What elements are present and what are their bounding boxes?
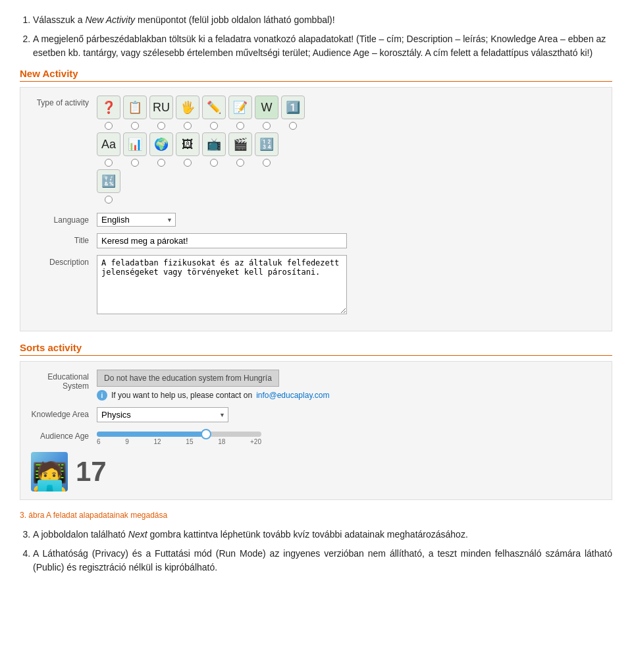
- language-select-container: English: [97, 213, 601, 227]
- icon-word[interactable]: W: [255, 96, 278, 119]
- radio-4[interactable]: [176, 121, 199, 131]
- radio-10[interactable]: [123, 157, 147, 168]
- radio-13[interactable]: [202, 157, 226, 168]
- age-slider-container: 6 9 12 15 18 +20: [97, 429, 601, 445]
- info-email-link[interactable]: info@educaplay.com: [256, 391, 329, 400]
- type-of-activity-row: Type of activity ❓ 📋 RU 🖐: [31, 96, 601, 206]
- radio-9[interactable]: [97, 157, 120, 168]
- language-label: Language: [31, 213, 97, 225]
- radio-3[interactable]: [149, 121, 173, 131]
- slider-label-20: +20: [250, 438, 261, 445]
- icon-col-3: RU: [149, 96, 173, 131]
- icons-row-2: Aa 📊 🌍 🖼 📺: [97, 132, 601, 168]
- slider-label-18: 18: [218, 438, 225, 445]
- figure-caption: 3. ábra A feladat alapadatainak megadása: [20, 511, 612, 520]
- icon-calc[interactable]: 🔢: [255, 132, 278, 156]
- title-input[interactable]: [97, 233, 347, 248]
- edu-system-row: Educational System Do not have the educa…: [31, 370, 601, 401]
- icon-list[interactable]: 📋: [123, 96, 147, 119]
- radio-11[interactable]: [149, 157, 173, 168]
- age-slider-track[interactable]: [97, 432, 261, 437]
- icon-notebook[interactable]: 📝: [228, 96, 252, 119]
- slider-label-9: 9: [125, 438, 129, 445]
- radio-2[interactable]: [123, 121, 147, 131]
- icon-image[interactable]: 🖼: [176, 132, 199, 156]
- edu-system-value: Do not have the education system from Hu…: [97, 370, 279, 387]
- radio-14[interactable]: [228, 157, 252, 168]
- next-em: Next: [128, 529, 147, 540]
- list-item-2: A megjelenő párbeszédablakban töltsük ki…: [33, 32, 612, 60]
- icon-col-1: ❓: [97, 96, 120, 131]
- audience-age-row: Audience Age 6 9 12 15 18 +20: [31, 429, 601, 445]
- knowledge-select[interactable]: Physics: [97, 407, 228, 422]
- icon-col-12: 🖼: [176, 132, 199, 168]
- edu-system-content: Do not have the education system from Hu…: [97, 370, 601, 401]
- info-icon: i: [97, 390, 107, 401]
- edu-system-label: Educational System: [31, 370, 97, 391]
- icon-abc[interactable]: Aa: [97, 132, 120, 156]
- avatar-age-row: 🧑‍💻 17: [31, 452, 601, 491]
- activity-icons-container: ❓ 📋 RU 🖐 ✏️: [97, 96, 601, 206]
- description-label: Description: [31, 255, 97, 267]
- radio-8[interactable]: [281, 121, 305, 131]
- icon-chart[interactable]: 📊: [123, 132, 147, 156]
- radio-12[interactable]: [176, 157, 199, 168]
- icon-film[interactable]: 🎬: [228, 132, 252, 156]
- slider-labels: 6 9 12 15 18 +20: [97, 438, 261, 445]
- info-text: If you want to help us, please contact o…: [111, 391, 252, 400]
- icon-col-4: 🖐: [176, 96, 199, 131]
- radio-5[interactable]: [202, 121, 226, 131]
- knowledge-select-container: Physics: [97, 407, 601, 422]
- icon-col-13: 📺: [202, 132, 226, 168]
- audience-content: 6 9 12 15 18 +20: [97, 429, 601, 445]
- description-row: Description A feladatban fizikusokat és …: [31, 255, 601, 316]
- icon-hand[interactable]: 🖐: [176, 96, 199, 119]
- avatar: 🧑‍💻: [31, 452, 68, 491]
- icons-row-3: 🔣: [97, 169, 601, 205]
- slider-label-12: 12: [154, 438, 161, 445]
- title-label: Title: [31, 233, 97, 245]
- description-textarea[interactable]: A feladatban fizikusokat és az általuk f…: [97, 255, 347, 314]
- icon-col-10: 📊: [123, 132, 147, 168]
- language-select[interactable]: English: [97, 213, 176, 227]
- audience-label: Audience Age: [31, 429, 97, 441]
- age-slider-fill: [97, 432, 204, 437]
- radio-16[interactable]: [97, 194, 120, 205]
- icon-tv[interactable]: 📺: [202, 132, 226, 156]
- icon-text[interactable]: RU: [149, 96, 173, 119]
- knowledge-select-wrapper[interactable]: Physics: [97, 407, 228, 422]
- icon-col-11: 🌍: [149, 132, 173, 168]
- avatar-face: 🧑‍💻: [32, 462, 68, 491]
- icon-col-9: Aa: [97, 132, 120, 168]
- radio-7[interactable]: [255, 121, 278, 131]
- icon-globe[interactable]: 🌍: [149, 132, 173, 156]
- icon-misc[interactable]: 🔣: [97, 169, 120, 193]
- list-item-3: A jobboldalon található Next gombra katt…: [33, 528, 612, 542]
- icon-col-6: 📝: [228, 96, 252, 131]
- new-activity-section-title: New Activity: [20, 68, 612, 82]
- sorts-activity-panel: Educational System Do not have the educa…: [20, 361, 612, 500]
- icon-col-16: 🔣: [97, 169, 120, 205]
- icon-pencil[interactable]: ✏️: [202, 96, 226, 119]
- new-activity-panel: Type of activity ❓ 📋 RU 🖐: [20, 87, 612, 331]
- icon-col-8: 1️⃣: [281, 96, 305, 131]
- age-display: 17: [76, 456, 107, 488]
- instruction-list-2: A jobboldalon található Next gombra katt…: [20, 528, 612, 574]
- radio-6[interactable]: [228, 121, 252, 131]
- title-input-container: [97, 233, 601, 248]
- language-row: Language English: [31, 213, 601, 227]
- icon-col-7: W: [255, 96, 278, 131]
- knowledge-label: Knowledge Area: [31, 407, 97, 419]
- age-slider-thumb[interactable]: [201, 429, 211, 439]
- info-row: i If you want to help us, please contact…: [97, 390, 601, 401]
- radio-15[interactable]: [255, 157, 278, 168]
- radio-1[interactable]: [97, 121, 120, 131]
- language-select-wrapper[interactable]: English: [97, 213, 176, 227]
- knowledge-row: Knowledge Area Physics: [31, 407, 601, 422]
- type-label: Type of activity: [31, 96, 97, 107]
- icon-numbers[interactable]: 1️⃣: [281, 96, 305, 119]
- icon-col-5: ✏️: [202, 96, 226, 131]
- icon-question[interactable]: ❓: [97, 96, 120, 119]
- instruction-list: Válasszuk a New Activity menüpontot (fel…: [20, 13, 612, 60]
- slider-label-6: 6: [97, 438, 101, 445]
